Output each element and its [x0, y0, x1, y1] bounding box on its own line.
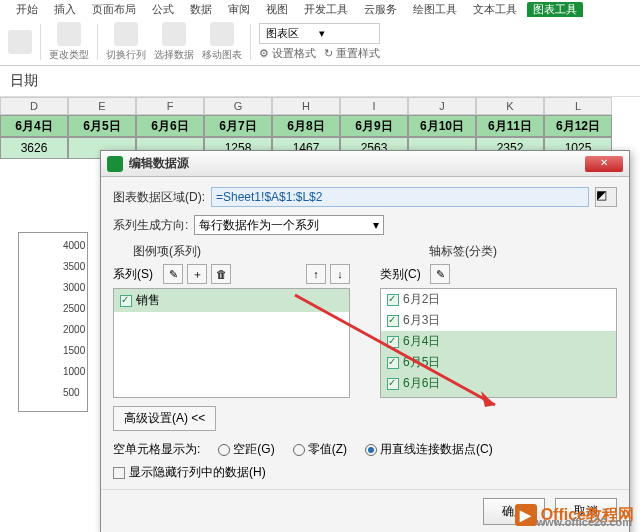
edit-datasource-dialog: 编辑数据源 ✕ 图表数据区域(D): ◩ 系列生成方向: 每行数据作为一个系列▾…: [100, 150, 630, 532]
col-header[interactable]: D: [0, 97, 68, 115]
date-cell[interactable]: 6月4日: [0, 115, 68, 137]
tab-view[interactable]: 视图: [260, 2, 294, 17]
tab-data[interactable]: 数据: [184, 2, 218, 17]
change-type-label: 更改类型: [49, 48, 89, 62]
ribbon-tabs: 开始 插入 页面布局 公式 数据 审阅 视图 开发工具 云服务 绘图工具 文本工…: [0, 0, 640, 18]
radio-gap[interactable]: 空距(G): [218, 441, 274, 458]
date-cell[interactable]: 6月11日: [476, 115, 544, 137]
checkbox-icon[interactable]: [387, 315, 399, 327]
category-edit-button[interactable]: ✎: [430, 264, 450, 284]
tab-cloud[interactable]: 云服务: [358, 2, 403, 17]
change-type-icon[interactable]: [57, 22, 81, 46]
checkbox-icon[interactable]: [387, 378, 399, 390]
tab-review[interactable]: 审阅: [222, 2, 256, 17]
col-header[interactable]: I: [340, 97, 408, 115]
date-cell[interactable]: 6月7日: [204, 115, 272, 137]
checkbox-icon[interactable]: [387, 336, 399, 348]
chevron-down-icon: ▾: [373, 218, 379, 232]
y-tick: 1500: [63, 345, 85, 356]
reset-style-button[interactable]: ↻ 重置样式: [324, 46, 380, 61]
category-item[interactable]: 6月5日: [381, 352, 616, 373]
ribbon-body: 更改类型 切换行列 选择数据 移动图表 图表区▾ ⚙ 设置格式 ↻ 重置样式: [0, 18, 640, 66]
checkbox-icon[interactable]: [387, 357, 399, 369]
y-tick: 2500: [63, 303, 85, 314]
tab-dev[interactable]: 开发工具: [298, 2, 354, 17]
range-label: 图表数据区域(D):: [113, 189, 205, 206]
category-item[interactable]: 6月2日: [381, 289, 616, 310]
column-headers: DEFGHIJKL: [0, 97, 640, 115]
date-cell[interactable]: 6月6日: [136, 115, 204, 137]
range-input[interactable]: [211, 187, 589, 207]
y-tick: 3500: [63, 261, 85, 272]
chart-area-dropdown[interactable]: 图表区▾: [259, 23, 380, 44]
tab-draw[interactable]: 绘图工具: [407, 2, 463, 17]
y-tick: 500: [63, 387, 80, 398]
date-cell[interactable]: 6月12日: [544, 115, 612, 137]
category-item[interactable]: 6月7日: [381, 394, 616, 398]
col-header[interactable]: L: [544, 97, 612, 115]
show-hidden-checkbox[interactable]: 显示隐藏行列中的数据(H): [113, 465, 266, 479]
col-header[interactable]: J: [408, 97, 476, 115]
close-button[interactable]: ✕: [585, 156, 623, 172]
radio-zero[interactable]: 零值(Z): [293, 441, 347, 458]
series-edit-button[interactable]: ✎: [163, 264, 183, 284]
category-item[interactable]: 6月3日: [381, 310, 616, 331]
col-header[interactable]: G: [204, 97, 272, 115]
col-header[interactable]: H: [272, 97, 340, 115]
advanced-button[interactable]: 高级设置(A) <<: [113, 406, 216, 431]
category-listbox[interactable]: 6月2日6月3日6月4日6月5日6月6日6月7日6月8日: [380, 288, 617, 398]
series-delete-button[interactable]: 🗑: [211, 264, 231, 284]
category-item[interactable]: 6月6日: [381, 373, 616, 394]
tab-chart-tools[interactable]: 图表工具: [527, 2, 583, 17]
value-cell[interactable]: 3626: [0, 137, 68, 159]
date-row: 6月4日6月5日6月6日6月7日6月8日6月9日6月10日6月11日6月12日: [0, 115, 640, 137]
category-label: 类别(C): [380, 266, 426, 283]
orient-label: 系列生成方向:: [113, 217, 188, 234]
series-label: 系列(S): [113, 266, 159, 283]
checkbox-icon[interactable]: [387, 294, 399, 306]
tab-insert[interactable]: 插入: [48, 2, 82, 17]
watermark-url: www.office26.com: [536, 516, 632, 528]
move-chart-label: 移动图表: [202, 48, 242, 62]
chevron-down-icon: ▾: [319, 27, 325, 40]
series-item[interactable]: 销售: [114, 289, 349, 312]
tab-formula[interactable]: 公式: [146, 2, 180, 17]
dialog-title: 编辑数据源: [129, 155, 585, 172]
app-icon: [107, 156, 123, 172]
watermark-logo-icon: ▶: [515, 504, 537, 526]
date-cell[interactable]: 6月10日: [408, 115, 476, 137]
col-header[interactable]: E: [68, 97, 136, 115]
y-tick: 1000: [63, 366, 85, 377]
tab-layout[interactable]: 页面布局: [86, 2, 142, 17]
y-tick: 4000: [63, 240, 85, 251]
blank-label: 空单元格显示为:: [113, 441, 200, 458]
set-format-button[interactable]: ⚙ 设置格式: [259, 46, 316, 61]
legend-header: 图例项(系列): [133, 243, 201, 260]
date-cell[interactable]: 6月8日: [272, 115, 340, 137]
switch-rowcol-label: 切换行列: [106, 48, 146, 62]
col-header[interactable]: K: [476, 97, 544, 115]
series-listbox[interactable]: 销售: [113, 288, 350, 398]
switch-rowcol-icon[interactable]: [114, 22, 138, 46]
tab-start[interactable]: 开始: [10, 2, 44, 17]
series-up-button[interactable]: ↑: [306, 264, 326, 284]
category-item[interactable]: 6月4日: [381, 331, 616, 352]
range-picker-button[interactable]: ◩: [595, 187, 617, 207]
row-label: 日期: [0, 66, 640, 97]
select-data-label: 选择数据: [154, 48, 194, 62]
y-tick: 3000: [63, 282, 85, 293]
ribbon-icon[interactable]: [8, 30, 32, 54]
orient-combo[interactable]: 每行数据作为一个系列▾: [194, 215, 384, 235]
chart-fragment: 4000350030002500200015001000500: [18, 232, 88, 412]
series-down-button[interactable]: ↓: [330, 264, 350, 284]
series-add-button[interactable]: ＋: [187, 264, 207, 284]
tab-text[interactable]: 文本工具: [467, 2, 523, 17]
select-data-icon[interactable]: [162, 22, 186, 46]
date-cell[interactable]: 6月9日: [340, 115, 408, 137]
date-cell[interactable]: 6月5日: [68, 115, 136, 137]
radio-line-connect[interactable]: 用直线连接数据点(C): [365, 441, 493, 458]
checkbox-icon[interactable]: [120, 295, 132, 307]
col-header[interactable]: F: [136, 97, 204, 115]
watermark: ▶ Office教程网 www.office26.com: [515, 504, 634, 526]
move-chart-icon[interactable]: [210, 22, 234, 46]
